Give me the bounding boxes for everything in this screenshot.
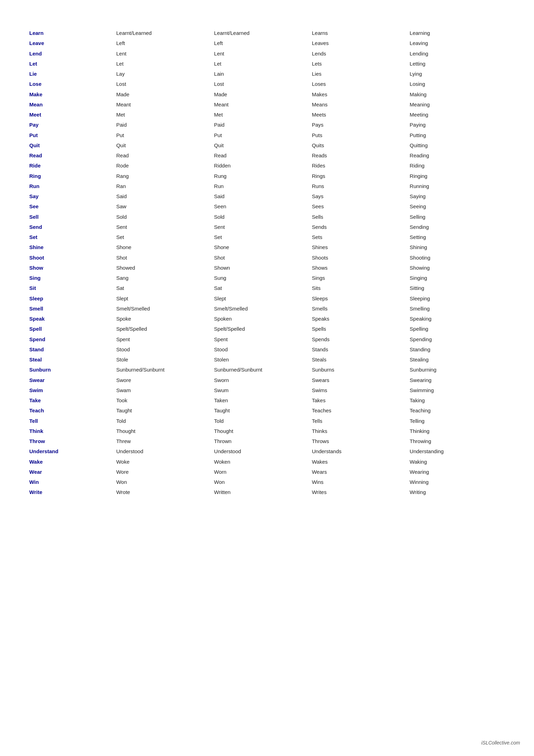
cell-third_person: Shows [311, 263, 409, 273]
cell-gerund: Making [408, 89, 506, 99]
table-row: WakeWokeWokenWakesWaking [28, 457, 506, 467]
cell-base: Take [28, 395, 115, 405]
cell-base: Shine [28, 242, 115, 252]
cell-base: Smell [28, 304, 115, 314]
cell-base: Write [28, 487, 115, 497]
cell-past_participle: Paid [213, 120, 311, 130]
cell-third_person: Makes [311, 89, 409, 99]
table-row: RingRangRungRingsRinging [28, 171, 506, 181]
cell-third_person: Reads [311, 150, 409, 160]
cell-past_participle: Taught [213, 405, 311, 416]
cell-third_person: Leaves [311, 38, 409, 48]
cell-past_simple: Won [115, 477, 213, 487]
cell-gerund: Losing [408, 79, 506, 89]
table-row: SwearSworeSwornSwearsSwearing [28, 375, 506, 385]
cell-past_simple: Saw [115, 201, 213, 211]
cell-base: Show [28, 263, 115, 273]
cell-third_person: Smells [311, 304, 409, 314]
cell-gerund: Waking [408, 457, 506, 467]
cell-base: Swim [28, 385, 115, 395]
cell-past_participle: Won [213, 477, 311, 487]
cell-base: Pay [28, 120, 115, 130]
cell-gerund: Spelling [408, 324, 506, 334]
cell-base: Read [28, 150, 115, 160]
cell-gerund: Quitting [408, 140, 506, 150]
cell-past_simple: Spelt/Spelled [115, 324, 213, 334]
cell-base: Run [28, 181, 115, 191]
cell-past_participle: Woken [213, 457, 311, 467]
cell-third_person: Understands [311, 446, 409, 456]
table-row: RideRodeRiddenRidesRiding [28, 160, 506, 171]
cell-past_participle: Spoken [213, 314, 311, 324]
cell-past_simple: Quit [115, 140, 213, 150]
cell-third_person: Spends [311, 334, 409, 344]
cell-gerund: Reading [408, 150, 506, 160]
cell-third_person: Teaches [311, 405, 409, 416]
cell-past_simple: Slept [115, 293, 213, 304]
cell-base: Think [28, 426, 115, 436]
cell-past_simple: Sold [115, 212, 213, 222]
table-row: SpeakSpokeSpokenSpeaksSpeaking [28, 314, 506, 324]
cell-gerund: Standing [408, 344, 506, 354]
table-row: SpellSpelt/SpelledSpelt/SpelledSpellsSpe… [28, 324, 506, 334]
cell-past_simple: Paid [115, 120, 213, 130]
cell-base: Shoot [28, 253, 115, 263]
cell-third_person: Pays [311, 120, 409, 130]
cell-past_participle: Taken [213, 395, 311, 405]
cell-past_participle: Put [213, 130, 311, 140]
cell-gerund: Lying [408, 69, 506, 79]
cell-past_simple: Met [115, 110, 213, 120]
cell-past_participle: Rung [213, 171, 311, 181]
cell-past_simple: Thought [115, 426, 213, 436]
cell-third_person: Speaks [311, 314, 409, 324]
table-row: ThrowThrewThrownThrowsThrowing [28, 436, 506, 446]
cell-third_person: Sleeps [311, 293, 409, 304]
cell-gerund: Writing [408, 487, 506, 497]
cell-past_participle: Sat [213, 283, 311, 293]
cell-base: Lie [28, 69, 115, 79]
cell-past_participle: Stood [213, 344, 311, 354]
cell-past_simple: Lost [115, 79, 213, 89]
table-row: TeachTaughtTaughtTeachesTeaching [28, 405, 506, 416]
table-row: UnderstandUnderstoodUnderstoodUnderstand… [28, 446, 506, 456]
cell-past_simple: Shone [115, 242, 213, 252]
cell-gerund: Seeing [408, 201, 506, 211]
cell-past_simple: Swam [115, 385, 213, 395]
cell-gerund: Stealing [408, 354, 506, 365]
cell-base: Send [28, 222, 115, 232]
cell-past_simple: Sang [115, 273, 213, 283]
cell-third_person: Sells [311, 212, 409, 222]
cell-gerund: Swimming [408, 385, 506, 395]
cell-base: Tell [28, 416, 115, 426]
cell-past_simple: Ran [115, 181, 213, 191]
cell-gerund: Teaching [408, 405, 506, 416]
cell-past_participle: Shot [213, 253, 311, 263]
cell-past_participle: Run [213, 181, 311, 191]
cell-past_simple: Sent [115, 222, 213, 232]
cell-past_simple: Wore [115, 467, 213, 477]
table-row: LetLetLetLetsLetting [28, 59, 506, 69]
cell-past_participle: Meant [213, 99, 311, 110]
cell-third_person: Stands [311, 344, 409, 354]
cell-gerund: Swearing [408, 375, 506, 385]
cell-base: Ride [28, 160, 115, 171]
cell-past_simple: Rode [115, 160, 213, 171]
cell-past_simple: Showed [115, 263, 213, 273]
cell-third_person: Throws [311, 436, 409, 446]
table-row: SetSetSetSetsSetting [28, 232, 506, 242]
cell-past_participle: Sunburned/Sunburnt [213, 365, 311, 375]
cell-base: Say [28, 191, 115, 201]
cell-third_person: Steals [311, 354, 409, 365]
cell-third_person: Tells [311, 416, 409, 426]
table-row: SaySaidSaidSaysSaying [28, 191, 506, 201]
cell-past_simple: Took [115, 395, 213, 405]
cell-third_person: Thinks [311, 426, 409, 436]
cell-gerund: Throwing [408, 436, 506, 446]
table-row: ShineShoneShoneShinesShining [28, 242, 506, 252]
cell-past_participle: Quit [213, 140, 311, 150]
cell-past_simple: Meant [115, 99, 213, 110]
cell-third_person: Sees [311, 201, 409, 211]
cell-past_simple: Spent [115, 334, 213, 344]
cell-third_person: Lends [311, 48, 409, 59]
cell-third_person: Lets [311, 59, 409, 69]
